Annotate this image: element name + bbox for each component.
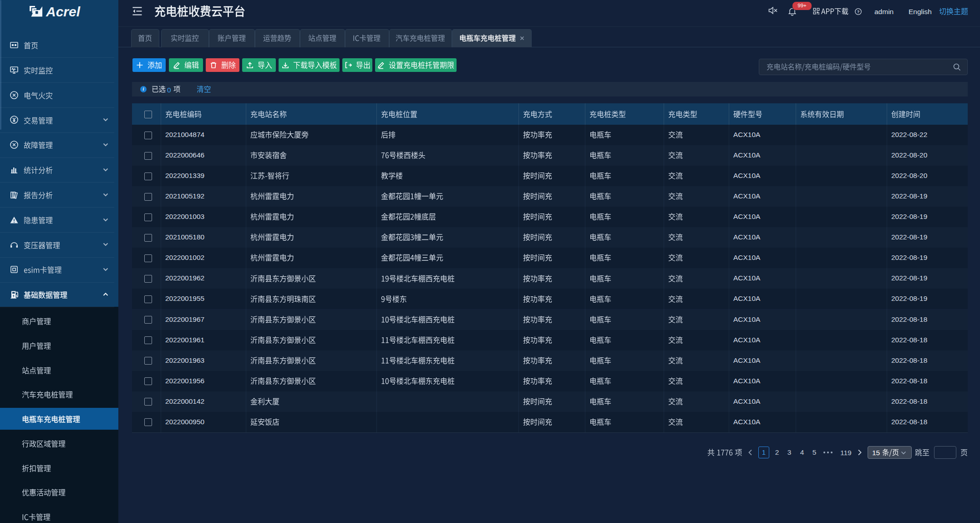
svg-text:?: ? [857, 10, 860, 14]
